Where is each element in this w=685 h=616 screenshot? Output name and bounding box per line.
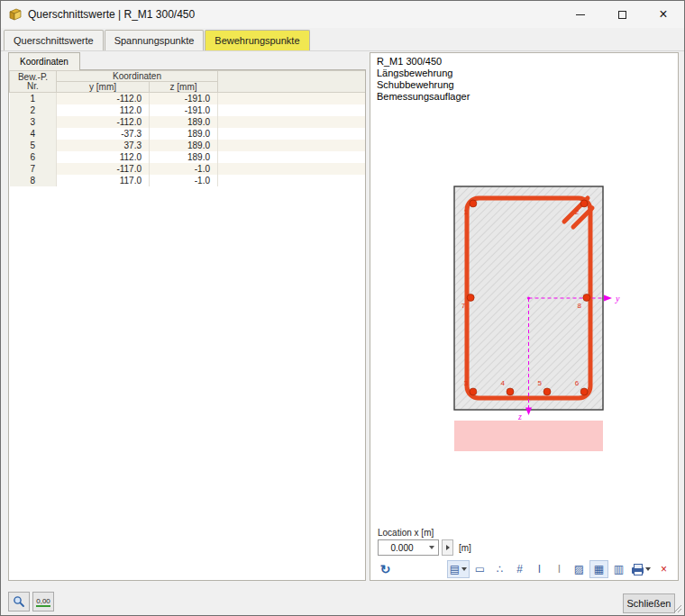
location-control: 0.000 [m] <box>378 539 471 556</box>
schliessen-button[interactable]: Schließen <box>623 593 675 613</box>
dropdown-arrow-icon <box>461 567 467 571</box>
window-title: Querschnittswerte | R_M1 300/450 <box>28 8 195 21</box>
refresh-graphic-button[interactable]: ↻ <box>376 560 395 578</box>
dimension-lines-icon: I <box>558 564 561 575</box>
cell-nr[interactable]: 6 <box>10 151 57 163</box>
dimension-lines-button[interactable]: I <box>550 560 569 578</box>
cell-filler[interactable] <box>218 116 366 128</box>
y-axis-arrow <box>604 295 612 302</box>
render-view-button[interactable]: ▨ <box>570 560 589 578</box>
refresh-icon: ↻ <box>380 563 391 575</box>
maximize-icon <box>618 11 626 19</box>
rebar-point-label: 3 <box>463 379 468 387</box>
table-row[interactable]: 6112.0189.0 <box>10 151 366 163</box>
decimal-places-button[interactable]: 0,00 <box>32 592 54 611</box>
cell-y[interactable]: 117.0 <box>57 175 150 186</box>
rebar-point <box>583 294 590 301</box>
resize-grip[interactable] <box>671 602 682 613</box>
titlebar-buttons: × <box>560 1 684 28</box>
cell-y[interactable]: -117.0 <box>57 163 150 175</box>
cell-filler[interactable] <box>218 163 366 175</box>
cell-nr[interactable]: 5 <box>10 140 57 151</box>
cell-y[interactable]: -37.3 <box>57 128 150 140</box>
values-table-button[interactable]: ▥ <box>609 560 628 578</box>
cell-z[interactable]: 189.0 <box>150 128 218 140</box>
column-group-header: Koordinaten <box>57 71 218 82</box>
cell-z[interactable]: 189.0 <box>150 140 218 151</box>
close-icon: × <box>659 7 667 22</box>
rebar-point <box>580 200 588 207</box>
tab-querschnittswerte[interactable]: Querschnittswerte <box>4 30 104 50</box>
cross-section-drawing[interactable]: y z 12345678 <box>387 185 684 455</box>
tab-spannungspunkte[interactable]: Spannungspunkte <box>105 30 205 50</box>
close-button[interactable]: × <box>643 1 684 28</box>
column-header-y: y [mm] <box>57 82 150 93</box>
cell-nr[interactable]: 1 <box>10 93 57 105</box>
location-step-button[interactable] <box>442 539 453 556</box>
coordinates-table: Bew.-P. Nr. Koordinaten y [mm] z [mm] 1-… <box>9 70 365 186</box>
cell-nr[interactable]: 7 <box>10 163 57 175</box>
location-label: Location x [m] <box>378 528 434 538</box>
cell-y[interactable]: -112.0 <box>57 93 150 105</box>
cell-filler[interactable] <box>218 93 366 105</box>
cell-nr[interactable]: 4 <box>10 128 57 140</box>
chevron-down-icon[interactable] <box>425 540 438 555</box>
cell-z[interactable]: -1.0 <box>150 175 218 186</box>
rebar-point <box>470 200 477 207</box>
minimize-button[interactable] <box>560 1 601 28</box>
rebar-point <box>580 388 588 395</box>
column-header-z: z [mm] <box>150 82 218 93</box>
cell-z[interactable]: 189.0 <box>150 151 218 163</box>
arrow-right-icon <box>446 545 450 550</box>
comment-zoom-button[interactable] <box>8 592 30 611</box>
cell-z[interactable]: -1.0 <box>150 163 218 175</box>
cell-filler[interactable] <box>218 140 366 151</box>
table-row[interactable]: 7-117.0-1.0 <box>10 163 366 175</box>
dimensions-button[interactable]: I <box>530 560 549 578</box>
cell-y[interactable]: -112.0 <box>57 116 150 128</box>
cell-y[interactable]: 112.0 <box>57 104 150 116</box>
print-button[interactable] <box>629 560 653 578</box>
location-combobox[interactable]: 0.000 <box>378 539 439 556</box>
display-properties-button[interactable]: ▤ <box>447 560 470 578</box>
cell-z[interactable]: 189.0 <box>150 116 218 128</box>
show-whole-section-button[interactable]: ▭ <box>470 560 489 578</box>
cell-y[interactable]: 112.0 <box>57 151 150 163</box>
cell-nr[interactable]: 3 <box>10 116 57 128</box>
cell-z[interactable]: -191.0 <box>150 93 218 105</box>
tab-bewehrungspunkte[interactable]: Bewehrungspunkte <box>205 30 309 50</box>
rebar-point-label: 1 <box>463 208 468 216</box>
title-bar[interactable]: Querschnittswerte | R_M1 300/450 × <box>1 1 684 28</box>
render-view-icon: ▨ <box>574 564 584 575</box>
display-properties-icon: ▤ <box>450 564 460 575</box>
cell-filler[interactable] <box>218 151 366 163</box>
grid-button[interactable]: ▦ <box>589 560 608 578</box>
table-row[interactable]: 537.3189.0 <box>10 140 366 151</box>
table-row[interactable]: 4-37.3189.0 <box>10 128 366 140</box>
coordinates-table-body: 1-112.0-191.02112.0-191.03-112.0189.04-3… <box>10 93 366 187</box>
cell-z[interactable]: -191.0 <box>150 104 218 116</box>
table-row[interactable]: 1-112.0-191.0 <box>10 93 366 105</box>
stress-points-button[interactable]: ∴ <box>490 560 509 578</box>
cell-filler[interactable] <box>218 104 366 116</box>
graphic-toolbar: ↻ ▤▭∴#II▨▦▥× <box>376 559 673 579</box>
maximize-button[interactable] <box>601 1 643 28</box>
subtab-koordinaten[interactable]: Koordinaten <box>8 52 80 70</box>
tab-strip: Querschnittswerte Spannungspunkte Bewehr… <box>1 28 684 51</box>
column-header-filler <box>218 71 366 93</box>
values-table-icon: ▥ <box>614 564 624 575</box>
col-nr-line2: Nr. <box>27 81 39 91</box>
cell-nr[interactable]: 2 <box>10 104 57 116</box>
table-row[interactable]: 2112.0-191.0 <box>10 104 366 116</box>
table-row[interactable]: 8117.0-1.0 <box>10 175 366 186</box>
cell-nr[interactable]: 8 <box>10 175 57 186</box>
cell-filler[interactable] <box>218 175 366 186</box>
table-row[interactable]: 3-112.0189.0 <box>10 116 366 128</box>
close-graphic-button[interactable]: × <box>654 560 673 578</box>
cell-filler[interactable] <box>218 128 366 140</box>
info-section-name: R_M1 300/450 <box>377 56 470 68</box>
numbering-button[interactable]: # <box>510 560 529 578</box>
info-line: Schubbewehrung <box>377 79 470 91</box>
cell-y[interactable]: 37.3 <box>57 140 150 151</box>
printer-icon <box>632 567 644 574</box>
